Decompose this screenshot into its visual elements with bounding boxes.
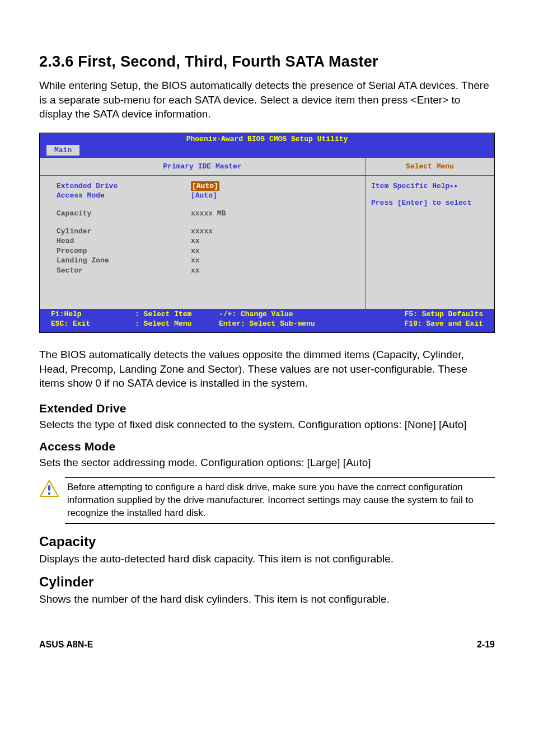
access-mode-heading: Access Mode xyxy=(39,440,495,453)
caution-text: Before attempting to configure a hard di… xyxy=(65,477,495,524)
intro-paragraph: While entering Setup, the BIOS automatic… xyxy=(39,78,495,121)
bios-field-value: xx xyxy=(191,246,200,256)
bios-field-value: [Auto] xyxy=(191,181,219,191)
bios-field-value: xx xyxy=(191,266,200,276)
footer-product: ASUS A8N-E xyxy=(39,640,93,650)
bios-footer: F1:Help ESC: Exit : Select Item : Select… xyxy=(40,309,494,332)
caution-icon xyxy=(39,477,65,501)
bios-footer-key: Enter: Select Sub-menu xyxy=(219,320,377,329)
bios-footer-key: : Select Menu xyxy=(135,320,219,329)
page-footer: ASUS A8N-E 2-19 xyxy=(39,640,495,650)
bios-title: Phoenix-Award BIOS CMOS Setup Utility xyxy=(40,133,494,145)
bios-help-line: Item Specific Help▸▸ xyxy=(371,181,489,191)
bios-field-label: Landing Zone xyxy=(57,256,191,266)
bios-right-heading: Select Menu xyxy=(366,158,494,176)
bios-footer-key: F5: Setup Defaults xyxy=(377,310,483,320)
bios-field-label: Extended Drive xyxy=(57,181,191,191)
bios-field-value: xxxxx xyxy=(191,227,213,237)
bios-field-label: Capacity xyxy=(57,209,191,219)
bios-footer-key: : Select Item xyxy=(135,310,219,320)
svg-point-2 xyxy=(48,492,50,495)
caution-callout: Before attempting to configure a hard di… xyxy=(39,477,495,524)
footer-page-number: 2-19 xyxy=(477,640,495,650)
bios-field-value: xxxxx MB xyxy=(191,209,226,219)
bios-setup-screenshot: Phoenix-Award BIOS CMOS Setup Utility Ma… xyxy=(39,133,495,333)
bios-tab-row: Main xyxy=(40,145,494,158)
bios-field-value: xx xyxy=(191,256,200,266)
bios-help-line: Press [Enter] to select xyxy=(371,198,489,208)
cylinder-text: Shows the number of the hard disk cylind… xyxy=(39,592,495,607)
bios-field-label: Sector xyxy=(57,266,191,276)
bios-left-heading: Primary IDE Master xyxy=(40,158,365,176)
svg-rect-1 xyxy=(48,485,50,491)
bios-footer-key: -/+: Change Value xyxy=(219,310,377,320)
access-mode-text: Sets the sector addressing mode. Configu… xyxy=(39,456,495,470)
extended-drive-text: Selects the type of fixed disk connected… xyxy=(39,417,495,432)
extended-drive-heading: Extended Drive xyxy=(39,402,495,415)
bios-field-label: Cylinder xyxy=(57,227,191,237)
bios-field-value: [Auto] xyxy=(191,191,217,201)
bios-field-label: Precomp xyxy=(57,246,191,256)
bios-footer-key: ESC: Exit xyxy=(51,320,135,329)
cylinder-heading: Cylinder xyxy=(39,574,495,590)
bios-field-value: xx xyxy=(191,236,200,246)
bios-tab-main: Main xyxy=(46,145,79,156)
capacity-text: Displays the auto-detected hard disk cap… xyxy=(39,552,495,566)
capacity-heading: Capacity xyxy=(39,534,495,550)
explain-paragraph: The BIOS automatically detects the value… xyxy=(39,348,495,391)
section-heading: 2.3.6 First, Second, Third, Fourth SATA … xyxy=(39,53,495,71)
bios-field-label: Head xyxy=(57,236,191,246)
bios-field-label: Access Mode xyxy=(57,191,191,201)
bios-footer-key: F1:Help xyxy=(51,310,135,320)
bios-footer-key: F10: Save and Exit xyxy=(377,320,483,329)
